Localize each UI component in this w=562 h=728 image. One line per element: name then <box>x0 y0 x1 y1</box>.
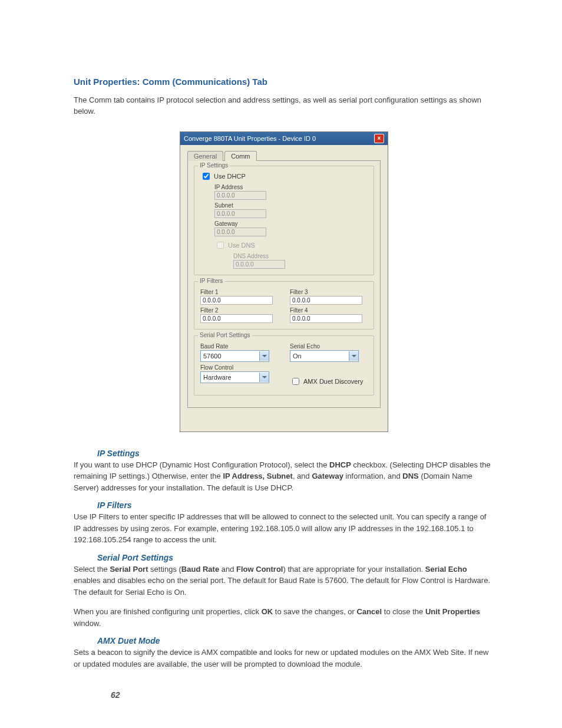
filter1-field[interactable]: 0.0.0.0 <box>200 296 273 305</box>
chevron-down-icon[interactable] <box>349 351 358 361</box>
serial-port-subheading: Serial Port Settings <box>97 553 494 562</box>
use-dns-label: Use DNS <box>228 242 255 249</box>
group-title-ip-filters: IP Filters <box>198 278 224 284</box>
use-dns-checkbox[interactable]: Use DNS <box>214 240 368 251</box>
dialog-title-text: Converge 880TA Unit Properties - Device … <box>184 135 316 142</box>
serial-port-paragraph-2: When you are finished configuring unit p… <box>74 606 494 629</box>
amx-duet-checkbox[interactable]: AMX Duet Discovery <box>290 376 368 387</box>
ip-address-field[interactable]: 0.0.0.0 <box>214 191 266 200</box>
section-heading: Unit Properties: Comm (Communications) T… <box>74 77 494 87</box>
dialog-titlebar: Converge 880TA Unit Properties - Device … <box>180 132 388 145</box>
flow-control-select[interactable]: Hardware <box>200 371 269 383</box>
ip-settings-paragraph: If you want to use DHCP (Dynamic Host Co… <box>74 459 494 494</box>
amx-duet-label: AMX Duet Discovery <box>303 378 363 385</box>
serial-echo-value: On <box>290 353 349 360</box>
filter3-field[interactable]: 0.0.0.0 <box>290 296 362 305</box>
serial-echo-label: Serial Echo <box>290 343 368 350</box>
group-title-ip-settings: IP Settings <box>198 162 230 169</box>
subnet-label: Subnet <box>214 202 368 209</box>
use-dhcp-checkbox[interactable]: Use DHCP <box>200 171 368 182</box>
ip-filters-paragraph: Use IP Filters to enter specific IP addr… <box>74 511 494 546</box>
ip-settings-group: IP Settings Use DHCP IP Address 0.0.0.0 … <box>194 166 374 275</box>
filter2-field[interactable]: 0.0.0.0 <box>200 314 273 323</box>
subnet-field[interactable]: 0.0.0.0 <box>214 209 266 218</box>
ip-filters-group: IP Filters Filter 1 0.0.0.0 Filter 2 0.0… <box>194 281 374 330</box>
filter2-label: Filter 2 <box>200 307 278 314</box>
gateway-field[interactable]: 0.0.0.0 <box>214 228 266 236</box>
use-dns-input[interactable] <box>217 242 224 249</box>
amx-subheading: AMX Duet Mode <box>97 636 494 645</box>
baud-rate-value: 57600 <box>201 353 259 360</box>
flow-control-value: Hardware <box>201 374 259 381</box>
tab-general[interactable]: General <box>187 151 223 161</box>
gateway-label: Gateway <box>214 220 368 227</box>
use-dhcp-label: Use DHCP <box>214 173 246 180</box>
filter1-label: Filter 1 <box>200 289 278 295</box>
flow-control-label: Flow Control <box>200 364 278 371</box>
close-icon[interactable]: × <box>374 134 384 143</box>
serial-port-group: Serial Port Settings Baud Rate 57600 Flo… <box>194 335 374 396</box>
use-dhcp-input[interactable] <box>203 173 210 180</box>
serial-echo-select[interactable]: On <box>290 350 359 362</box>
serial-port-paragraph-1: Select the Serial Port settings (Baud Ra… <box>74 564 494 598</box>
intro-text: The Comm tab contains IP protocol select… <box>74 95 494 117</box>
filter4-label: Filter 4 <box>290 307 368 314</box>
chevron-down-icon[interactable] <box>259 351 269 361</box>
group-title-serial: Serial Port Settings <box>198 332 252 338</box>
dns-address-field[interactable]: 0.0.0.0 <box>233 260 285 269</box>
tab-comm[interactable]: Comm <box>224 151 256 161</box>
amx-paragraph: Sets a beacon to signify the device is A… <box>74 647 494 670</box>
unit-properties-dialog: Converge 880TA Unit Properties - Device … <box>180 131 388 432</box>
ip-filters-subheading: IP Filters <box>97 500 494 510</box>
filter3-label: Filter 3 <box>290 289 368 295</box>
amx-duet-input[interactable] <box>292 378 299 385</box>
filter4-field[interactable]: 0.0.0.0 <box>290 314 362 323</box>
chevron-down-icon[interactable] <box>259 373 269 382</box>
dns-address-label: DNS Address <box>233 253 368 259</box>
ip-settings-subheading: IP Settings <box>97 449 494 458</box>
page-number: 62 <box>111 690 120 700</box>
baud-rate-label: Baud Rate <box>200 343 278 350</box>
baud-rate-select[interactable]: 57600 <box>200 350 269 362</box>
ip-address-label: IP Address <box>214 184 368 190</box>
